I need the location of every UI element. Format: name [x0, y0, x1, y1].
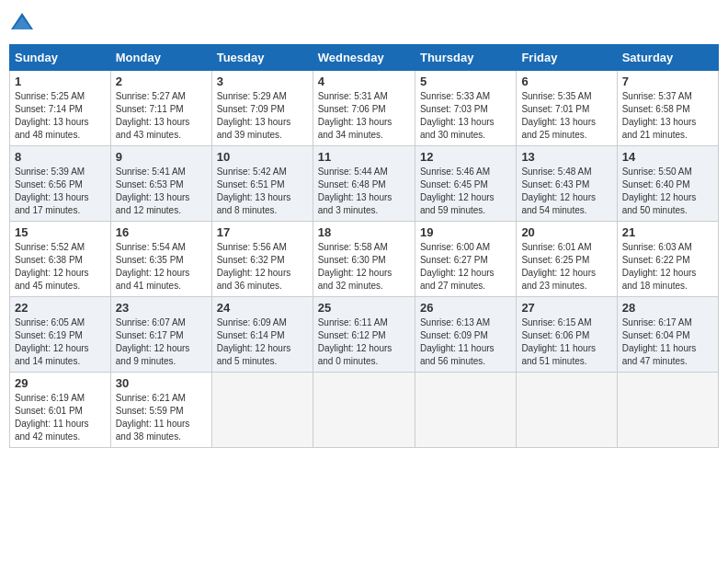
- calendar-cell: 25Sunrise: 6:11 AM Sunset: 6:12 PM Dayli…: [313, 297, 415, 373]
- calendar-cell: 7Sunrise: 5:37 AM Sunset: 6:58 PM Daylig…: [617, 71, 718, 146]
- logo: [9, 9, 39, 35]
- day-info: Sunrise: 6:00 AM Sunset: 6:27 PM Dayligh…: [420, 241, 511, 293]
- calendar-cell: 22Sunrise: 6:05 AM Sunset: 6:19 PM Dayli…: [10, 297, 111, 373]
- calendar-cell: 3Sunrise: 5:29 AM Sunset: 7:09 PM Daylig…: [211, 71, 313, 146]
- day-info: Sunrise: 5:42 AM Sunset: 6:51 PM Dayligh…: [217, 166, 308, 217]
- calendar-cell: 1Sunrise: 5:25 AM Sunset: 7:14 PM Daylig…: [10, 71, 111, 146]
- day-number: 20: [521, 225, 611, 239]
- day-number: 21: [622, 225, 713, 239]
- day-info: Sunrise: 6:09 AM Sunset: 6:14 PM Dayligh…: [217, 316, 308, 368]
- day-number: 7: [622, 75, 713, 88]
- calendar-cell: 2Sunrise: 5:27 AM Sunset: 7:11 PM Daylig…: [110, 71, 211, 146]
- col-header-wednesday: Wednesday: [313, 45, 415, 71]
- day-info: Sunrise: 5:33 AM Sunset: 7:03 PM Dayligh…: [420, 90, 511, 142]
- day-info: Sunrise: 6:13 AM Sunset: 6:09 PM Dayligh…: [420, 316, 511, 368]
- day-number: 4: [318, 75, 410, 88]
- col-header-monday: Monday: [110, 45, 211, 71]
- day-number: 30: [116, 376, 207, 390]
- day-info: Sunrise: 5:52 AM Sunset: 6:38 PM Dayligh…: [15, 241, 106, 293]
- day-info: Sunrise: 5:35 AM Sunset: 7:01 PM Dayligh…: [521, 90, 611, 142]
- day-number: 17: [217, 225, 308, 239]
- week-row-5: 29Sunrise: 6:19 AM Sunset: 6:01 PM Dayli…: [10, 373, 719, 448]
- day-number: 25: [318, 301, 410, 315]
- calendar-cell: [415, 373, 516, 448]
- day-info: Sunrise: 5:56 AM Sunset: 6:32 PM Dayligh…: [217, 241, 308, 293]
- calendar-cell: 16Sunrise: 5:54 AM Sunset: 6:35 PM Dayli…: [110, 222, 211, 297]
- day-number: 1: [15, 75, 106, 88]
- col-header-sunday: Sunday: [10, 45, 111, 71]
- day-number: 16: [116, 225, 207, 239]
- calendar-cell: 20Sunrise: 6:01 AM Sunset: 6:25 PM Dayli…: [517, 222, 617, 297]
- calendar-cell: 6Sunrise: 5:35 AM Sunset: 7:01 PM Daylig…: [517, 71, 617, 146]
- day-number: 15: [15, 225, 106, 239]
- calendar-cell: 5Sunrise: 5:33 AM Sunset: 7:03 PM Daylig…: [415, 71, 516, 146]
- calendar-cell: [211, 373, 313, 448]
- day-info: Sunrise: 6:17 AM Sunset: 6:04 PM Dayligh…: [622, 316, 713, 368]
- calendar-cell: 29Sunrise: 6:19 AM Sunset: 6:01 PM Dayli…: [10, 373, 111, 448]
- col-header-saturday: Saturday: [617, 45, 718, 71]
- logo-icon: [9, 9, 35, 35]
- calendar-cell: 14Sunrise: 5:50 AM Sunset: 6:40 PM Dayli…: [617, 146, 718, 222]
- week-row-1: 1Sunrise: 5:25 AM Sunset: 7:14 PM Daylig…: [10, 71, 719, 146]
- calendar-cell: 4Sunrise: 5:31 AM Sunset: 7:06 PM Daylig…: [313, 71, 415, 146]
- col-header-thursday: Thursday: [415, 45, 516, 71]
- day-info: Sunrise: 5:44 AM Sunset: 6:48 PM Dayligh…: [318, 166, 410, 217]
- day-number: 26: [420, 301, 511, 315]
- day-info: Sunrise: 5:31 AM Sunset: 7:06 PM Dayligh…: [318, 90, 410, 142]
- col-header-friday: Friday: [517, 45, 617, 71]
- day-info: Sunrise: 5:48 AM Sunset: 6:43 PM Dayligh…: [521, 166, 611, 217]
- col-header-tuesday: Tuesday: [211, 45, 313, 71]
- day-info: Sunrise: 5:41 AM Sunset: 6:53 PM Dayligh…: [116, 166, 207, 217]
- calendar-cell: 30Sunrise: 6:21 AM Sunset: 5:59 PM Dayli…: [110, 373, 211, 448]
- calendar-cell: [313, 373, 415, 448]
- calendar-cell: 13Sunrise: 5:48 AM Sunset: 6:43 PM Dayli…: [517, 146, 617, 222]
- calendar-cell: 10Sunrise: 5:42 AM Sunset: 6:51 PM Dayli…: [211, 146, 313, 222]
- calendar-cell: 26Sunrise: 6:13 AM Sunset: 6:09 PM Dayli…: [415, 297, 516, 373]
- calendar-cell: 23Sunrise: 6:07 AM Sunset: 6:17 PM Dayli…: [110, 297, 211, 373]
- calendar-cell: 24Sunrise: 6:09 AM Sunset: 6:14 PM Dayli…: [211, 297, 313, 373]
- day-info: Sunrise: 6:01 AM Sunset: 6:25 PM Dayligh…: [521, 241, 611, 293]
- day-number: 5: [420, 75, 511, 88]
- week-row-4: 22Sunrise: 6:05 AM Sunset: 6:19 PM Dayli…: [10, 297, 719, 373]
- day-info: Sunrise: 5:39 AM Sunset: 6:56 PM Dayligh…: [15, 166, 106, 217]
- day-info: Sunrise: 5:37 AM Sunset: 6:58 PM Dayligh…: [622, 90, 713, 142]
- calendar-cell: 19Sunrise: 6:00 AM Sunset: 6:27 PM Dayli…: [415, 222, 516, 297]
- day-number: 12: [420, 150, 511, 164]
- day-info: Sunrise: 6:21 AM Sunset: 5:59 PM Dayligh…: [116, 392, 207, 443]
- calendar-cell: 12Sunrise: 5:46 AM Sunset: 6:45 PM Dayli…: [415, 146, 516, 222]
- day-info: Sunrise: 5:50 AM Sunset: 6:40 PM Dayligh…: [622, 166, 713, 217]
- day-info: Sunrise: 6:11 AM Sunset: 6:12 PM Dayligh…: [318, 316, 410, 368]
- day-number: 3: [217, 75, 308, 88]
- day-info: Sunrise: 5:29 AM Sunset: 7:09 PM Dayligh…: [217, 90, 308, 142]
- calendar-cell: 21Sunrise: 6:03 AM Sunset: 6:22 PM Dayli…: [617, 222, 718, 297]
- day-number: 18: [318, 225, 410, 239]
- header-row: SundayMondayTuesdayWednesdayThursdayFrid…: [10, 45, 719, 71]
- day-info: Sunrise: 5:54 AM Sunset: 6:35 PM Dayligh…: [116, 241, 207, 293]
- day-number: 27: [521, 301, 611, 315]
- day-number: 28: [622, 301, 713, 315]
- day-info: Sunrise: 5:25 AM Sunset: 7:14 PM Dayligh…: [15, 90, 106, 142]
- day-number: 19: [420, 225, 511, 239]
- day-info: Sunrise: 6:03 AM Sunset: 6:22 PM Dayligh…: [622, 241, 713, 293]
- day-info: Sunrise: 6:15 AM Sunset: 6:06 PM Dayligh…: [521, 316, 611, 368]
- calendar-cell: [517, 373, 617, 448]
- day-info: Sunrise: 5:46 AM Sunset: 6:45 PM Dayligh…: [420, 166, 511, 217]
- day-info: Sunrise: 6:07 AM Sunset: 6:17 PM Dayligh…: [116, 316, 207, 368]
- week-row-3: 15Sunrise: 5:52 AM Sunset: 6:38 PM Dayli…: [10, 222, 719, 297]
- day-number: 8: [15, 150, 106, 164]
- day-number: 9: [116, 150, 207, 164]
- day-number: 6: [521, 75, 611, 88]
- calendar-table: SundayMondayTuesdayWednesdayThursdayFrid…: [9, 44, 719, 448]
- calendar-cell: 27Sunrise: 6:15 AM Sunset: 6:06 PM Dayli…: [517, 297, 617, 373]
- day-number: 10: [217, 150, 308, 164]
- day-info: Sunrise: 6:19 AM Sunset: 6:01 PM Dayligh…: [15, 392, 106, 443]
- day-number: 22: [15, 301, 106, 315]
- calendar-cell: 17Sunrise: 5:56 AM Sunset: 6:32 PM Dayli…: [211, 222, 313, 297]
- day-info: Sunrise: 6:05 AM Sunset: 6:19 PM Dayligh…: [15, 316, 106, 368]
- day-number: 14: [622, 150, 713, 164]
- day-number: 24: [217, 301, 308, 315]
- calendar-cell: 8Sunrise: 5:39 AM Sunset: 6:56 PM Daylig…: [10, 146, 111, 222]
- day-info: Sunrise: 5:27 AM Sunset: 7:11 PM Dayligh…: [116, 90, 207, 142]
- calendar-cell: 9Sunrise: 5:41 AM Sunset: 6:53 PM Daylig…: [110, 146, 211, 222]
- day-number: 11: [318, 150, 410, 164]
